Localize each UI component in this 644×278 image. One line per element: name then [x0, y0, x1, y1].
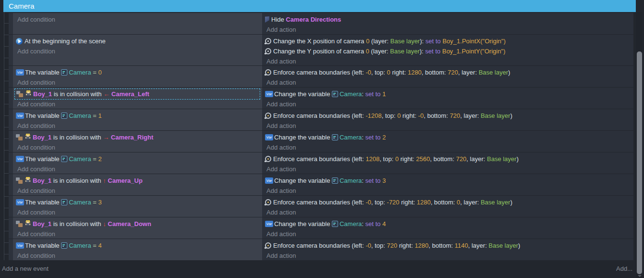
condition-line[interactable]: Boy_1 is in collision with ↑ Camera_Up — [13, 176, 262, 186]
condition-line[interactable]: VarThe variable Camera = 2 — [13, 154, 262, 164]
text-segment: Base layer — [480, 112, 510, 119]
event-grip[interactable] — [9, 35, 13, 65]
action-line[interactable]: VarChange the variable Camera: set to 4 — [262, 219, 633, 229]
conditions-column: VarThe variable Camera = 2Add condition — [13, 152, 262, 174]
text-segment: right: — [399, 199, 417, 206]
add-action-button[interactable]: Add action — [262, 142, 633, 152]
condition-line[interactable]: VarThe variable Camera = 0 — [13, 67, 262, 77]
action-line[interactable]: Enforce camera boundaries (left: -0, top… — [262, 67, 633, 77]
add-action-button[interactable]: Add action — [262, 164, 633, 174]
action-line[interactable]: Change the X position of camera 0 (layer… — [262, 36, 633, 46]
text-segment: Add action — [266, 165, 296, 173]
variable-icon — [332, 177, 338, 184]
add-condition-button[interactable]: Add condition — [13, 46, 262, 56]
event-grip[interactable] — [9, 239, 13, 260]
add-action-button[interactable]: Add action — [262, 99, 633, 109]
event-grip[interactable] — [9, 174, 13, 195]
text-segment: Boy_1.PointX("Origin") — [442, 38, 505, 45]
add-more-button[interactable]: Add... — [616, 265, 632, 272]
camera-icon — [265, 38, 271, 44]
conditions-column: VarThe variable Camera = 4Add condition — [13, 239, 262, 260]
condition-line[interactable]: Boy_1 is in collision with ← Camera_Left — [15, 89, 260, 99]
event-grip[interactable] — [9, 13, 13, 34]
text-segment: Hide — [271, 16, 286, 23]
add-condition-button[interactable]: Add condition — [13, 164, 262, 174]
add-condition-button[interactable]: Add condition — [13, 186, 262, 196]
text-segment: Add action — [266, 79, 296, 86]
text-segment: 0 — [387, 69, 390, 76]
scroll-down-icon[interactable] — [638, 275, 642, 277]
add-condition-button[interactable]: Add condition — [13, 142, 262, 152]
add-action-button[interactable]: Add action — [262, 186, 633, 196]
text-segment: set to — [426, 38, 441, 45]
text-segment: 2 — [98, 155, 101, 163]
event-grip[interactable] — [9, 131, 13, 152]
var-badge-icon: Var — [16, 113, 24, 119]
action-line[interactable]: Hide Camera Directions — [262, 14, 633, 25]
event-row: Boy_1 is in collision with ↓ Camera_Down… — [9, 217, 633, 239]
text-segment: Enforce camera boundaries (left: — [273, 112, 366, 119]
text-segment: = — [91, 155, 98, 163]
add-action-button[interactable]: Add action — [262, 77, 633, 88]
text-segment: Add action — [266, 252, 296, 259]
action-line[interactable]: Enforce camera boundaries (left: -1208, … — [262, 111, 633, 121]
add-condition-button[interactable]: Add condition — [13, 207, 262, 217]
text-segment: Boy_1 — [33, 177, 51, 184]
text-segment: right: — [399, 155, 416, 163]
variable-icon — [61, 242, 67, 249]
add-action-button[interactable]: Add action — [262, 25, 633, 35]
text-segment: 1 — [98, 112, 101, 119]
add-new-event-button[interactable]: Add a new event — [2, 265, 49, 272]
text-segment: Add condition — [17, 209, 55, 216]
text-segment: 1280 — [417, 199, 430, 206]
event-group-header[interactable]: Camera — [3, 0, 636, 12]
action-line[interactable]: VarChange the variable Camera: set to 2 — [262, 132, 633, 142]
event-grip[interactable] — [9, 88, 13, 109]
add-action-button[interactable]: Add action — [262, 121, 633, 131]
add-action-button[interactable]: Add action — [262, 56, 633, 66]
text-segment: -1208 — [366, 112, 381, 119]
add-condition-button[interactable]: Add condition — [13, 251, 262, 261]
condition-line[interactable]: At the beginning of the scene — [13, 36, 262, 46]
add-action-button[interactable]: Add action — [262, 207, 633, 217]
add-action-button[interactable]: Add action — [262, 229, 633, 239]
add-action-button[interactable]: Add action — [262, 251, 633, 261]
text-segment: 0 — [98, 69, 101, 76]
condition-line[interactable]: VarThe variable Camera = 1 — [13, 111, 262, 121]
event-row: Add conditionHide Camera DirectionsAdd a… — [9, 13, 633, 34]
action-line[interactable]: VarChange the variable Camera: set to 3 — [262, 176, 633, 186]
condition-line[interactable]: VarThe variable Camera = 3 — [13, 197, 262, 207]
add-condition-button[interactable]: Add condition — [13, 77, 262, 88]
add-condition-button[interactable]: Add condition — [13, 121, 262, 131]
scrollbar-thumb[interactable] — [637, 51, 642, 274]
text-segment: 2560 — [416, 155, 430, 163]
condition-line[interactable]: Boy_1 is in collision with ↓ Camera_Down — [13, 219, 262, 229]
text-segment: Camera_Left — [112, 90, 150, 98]
text-segment: At the beginning of the scene — [25, 38, 105, 45]
event-grip[interactable] — [9, 196, 13, 217]
text-segment: 1 — [382, 90, 386, 98]
text-segment: : — [362, 134, 365, 141]
action-line[interactable]: VarChange the variable Camera: set to 1 — [262, 89, 633, 99]
action-line[interactable]: Change the Y position of camera 0 (layer… — [262, 46, 633, 56]
condition-line[interactable]: Boy_1 is in collision with → Camera_Righ… — [13, 132, 262, 142]
text-segment: = — [91, 69, 98, 76]
event-grip[interactable] — [9, 109, 13, 130]
text-segment: Camera — [69, 69, 91, 76]
variable-icon — [332, 91, 338, 97]
text-segment: 3 — [382, 177, 386, 184]
event-grip[interactable] — [9, 66, 13, 87]
text-segment: ) — [508, 69, 510, 76]
action-line[interactable]: Enforce camera boundaries (left: -0, top… — [262, 197, 633, 207]
action-line[interactable]: Enforce camera boundaries (left: 1208, t… — [262, 154, 633, 164]
add-condition-button[interactable]: Add condition — [13, 14, 262, 25]
condition-line[interactable]: VarThe variable Camera = 4 — [13, 240, 262, 251]
add-condition-button[interactable]: Add condition — [13, 229, 262, 239]
text-segment: 720 — [387, 242, 397, 249]
action-line[interactable]: Enforce camera boundaries (left: -0, top… — [262, 240, 633, 251]
conditions-column: VarThe variable Camera = 3Add condition — [13, 196, 262, 217]
add-condition-button[interactable]: Add condition — [13, 99, 262, 109]
event-grip[interactable] — [9, 217, 13, 239]
variable-icon — [61, 156, 67, 162]
event-grip[interactable] — [9, 152, 13, 174]
